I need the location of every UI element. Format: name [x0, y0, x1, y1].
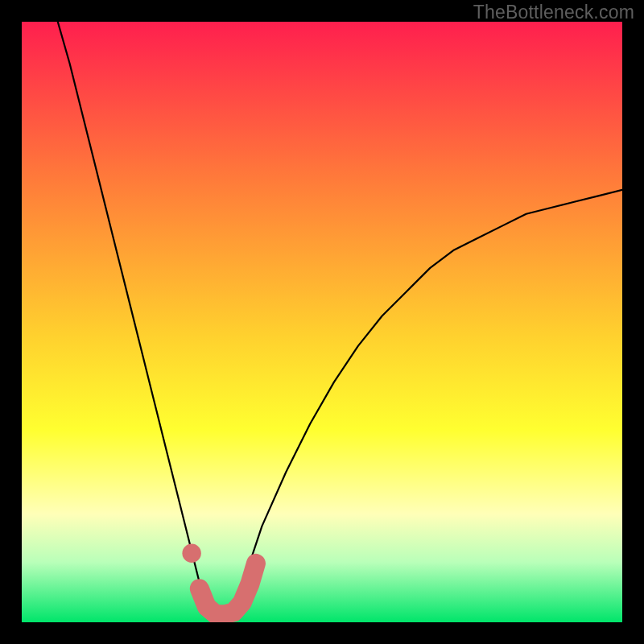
highlighted-points	[182, 544, 256, 615]
bottleneck-curve	[58, 22, 622, 622]
marker-dot	[182, 544, 200, 563]
chart-outer-frame: TheBottleneck.com	[0, 0, 644, 644]
plot-area	[22, 22, 622, 622]
curve-layer	[22, 22, 622, 622]
marker-stroke	[200, 564, 256, 614]
watermark-text: TheBottleneck.com	[473, 2, 634, 23]
